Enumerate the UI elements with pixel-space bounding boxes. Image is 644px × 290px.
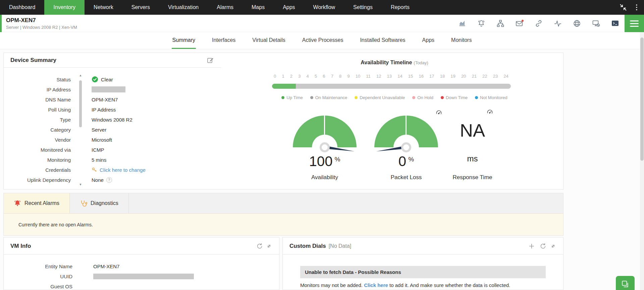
legend-dot: [310, 96, 313, 99]
kebab-menu-icon[interactable]: [633, 3, 641, 11]
hour-label: 11: [366, 74, 371, 79]
device-title: OPM-XEN7: [6, 17, 36, 24]
nav-maps[interactable]: Maps: [243, 0, 274, 15]
tab-interfaces[interactable]: Interfaces: [211, 32, 236, 49]
field-vendor: Vendor Microsoft: [4, 135, 221, 145]
legend-dot: [441, 96, 444, 99]
response-time-unit: ms: [440, 154, 505, 163]
nav-virtualization[interactable]: Virtualization: [159, 0, 208, 15]
tab-recent-alarms[interactable]: Recent Alarms: [4, 193, 70, 213]
scrollbar-thumb[interactable]: [79, 80, 82, 127]
response-time-label: Response Time: [440, 174, 505, 181]
tab-monitors[interactable]: Monitors: [450, 32, 472, 49]
legend-on-hold: On Hold: [412, 95, 433, 100]
unmanage-device-icon[interactable]: [592, 19, 600, 27]
hour-label: 20: [461, 74, 466, 79]
availability-label: Availability: [293, 174, 357, 181]
add-dial-icon[interactable]: [528, 243, 535, 249]
alarm-bell-icon[interactable]: [477, 19, 485, 27]
hour-label: 21: [472, 74, 476, 79]
device-summary-title: Device Summary: [10, 53, 56, 68]
refresh-icon[interactable]: [256, 243, 263, 249]
top-navigation: Dashboard Inventory Network Servers Virt…: [0, 0, 644, 15]
page-scrollbar-thumb[interactable]: [640, 38, 644, 161]
mail-icon[interactable]: [516, 19, 524, 27]
click-here-link[interactable]: Click here: [364, 282, 388, 288]
nav-inventory[interactable]: Inventory: [44, 0, 85, 15]
packet-loss-dial: 0% Packet Loss: [374, 106, 438, 189]
nav-servers[interactable]: Servers: [122, 0, 159, 15]
tab-installed-softwares[interactable]: Installed Softwares: [359, 32, 406, 49]
vm-info-fields: Entity Name OPM-XEN7 UUID Guest OS: [4, 255, 279, 290]
nav-network[interactable]: Network: [85, 0, 122, 15]
custom-dials-body: Unable to fetch Data - Possible Reasons …: [283, 255, 563, 288]
scroll-down-arrow[interactable]: ▼: [78, 183, 83, 186]
redacted-ip-value: [92, 86, 125, 92]
credentials-change-link[interactable]: Click here to change: [100, 167, 146, 173]
hour-label: 18: [440, 74, 445, 79]
field-category: Category Server: [4, 125, 221, 135]
expand-icon[interactable]: [266, 243, 272, 249]
custom-dials-panel: Custom Dials[No Data] Unable to fetch Da…: [282, 237, 564, 290]
timeline-hour-axis: 0123456789101112131415161718192021222324: [274, 74, 508, 79]
tab-active-processes[interactable]: Active Processes: [302, 32, 344, 49]
performance-chart-icon[interactable]: [458, 19, 466, 27]
device-header: OPM-XEN7 Server | Windows 2008 R2 | Xen-…: [0, 15, 644, 32]
entity-name-value: OPM-XEN7: [93, 264, 119, 269]
hour-label: 16: [419, 74, 423, 79]
uplink-value: None: [92, 177, 104, 183]
hour-label: 10: [356, 74, 360, 79]
scroll-up-arrow[interactable]: ▲: [78, 74, 83, 77]
alarm-bell-icon: [14, 200, 21, 207]
availability-dial: 100% Availability: [293, 106, 357, 189]
no-data-badge: [No Data]: [329, 243, 352, 249]
nav-dashboard[interactable]: Dashboard: [0, 0, 44, 15]
uptime-segment: [272, 84, 296, 89]
nav-reports[interactable]: Reports: [382, 0, 419, 15]
hamburger-menu-button[interactable]: [625, 15, 644, 32]
help-icon[interactable]: ?: [106, 177, 112, 183]
tab-virtual-details[interactable]: Virtual Details: [252, 32, 286, 49]
nav-workflow[interactable]: Workflow: [304, 0, 344, 15]
page-tabs-bar: Summary Interfaces Virtual Details Activ…: [0, 32, 644, 49]
hour-label: 7: [331, 74, 333, 79]
type-value: Windows 2008 R2: [92, 117, 132, 123]
nav-settings[interactable]: Settings: [344, 0, 382, 15]
link-icon[interactable]: [535, 19, 543, 27]
availability-timeline: Availability Timeline(Today) 01234567891…: [225, 53, 564, 190]
edit-icon[interactable]: [207, 57, 214, 64]
nav-alarms[interactable]: Alarms: [208, 0, 243, 15]
legend-down-time: Down Time: [441, 95, 468, 100]
hour-label: 22: [482, 74, 487, 79]
status-accent-bar: [0, 15, 2, 32]
diagnostics-label: Diagnostics: [91, 200, 118, 206]
tab-apps[interactable]: Apps: [422, 32, 435, 49]
topology-icon[interactable]: [496, 19, 504, 27]
page-scrollbar[interactable]: [640, 32, 644, 290]
refresh-icon[interactable]: [540, 243, 546, 249]
field-dns-name: DNS Name OPM-XEN7: [4, 94, 221, 104]
terminal-icon[interactable]: [611, 19, 619, 27]
fullscreen-exit-icon[interactable]: [619, 3, 627, 11]
field-entity-name: Entity Name OPM-XEN7: [4, 261, 279, 271]
hour-label: 1: [282, 74, 284, 79]
legend-dependent-unavailable: Dependent Unavailable: [355, 95, 405, 100]
gauge-hub: [401, 142, 411, 152]
field-status: Status Clear: [4, 74, 221, 84]
dial-export-icon[interactable]: [435, 109, 442, 116]
tab-summary[interactable]: Summary: [172, 32, 196, 49]
timeline-legend: Up Time On Maintenance Dependent Unavail…: [225, 95, 564, 100]
activity-pulse-icon[interactable]: [554, 19, 562, 27]
dial-export-icon[interactable]: [486, 108, 493, 115]
response-time-value: NA: [440, 120, 505, 141]
legend-dot: [355, 96, 358, 99]
globe-icon[interactable]: [573, 19, 581, 27]
console-widget-button[interactable]: [616, 276, 635, 290]
tab-diagnostics[interactable]: Diagnostics: [70, 193, 129, 213]
custom-dials-header: Custom Dials[No Data]: [283, 237, 563, 255]
dns-value: OPM-XEN7: [92, 97, 118, 102]
summary-panel: Device Summary Status Clear IP Address D…: [3, 53, 564, 190]
nav-apps[interactable]: Apps: [274, 0, 304, 15]
expand-icon[interactable]: [550, 243, 556, 249]
timeline-bar[interactable]: [272, 84, 511, 89]
